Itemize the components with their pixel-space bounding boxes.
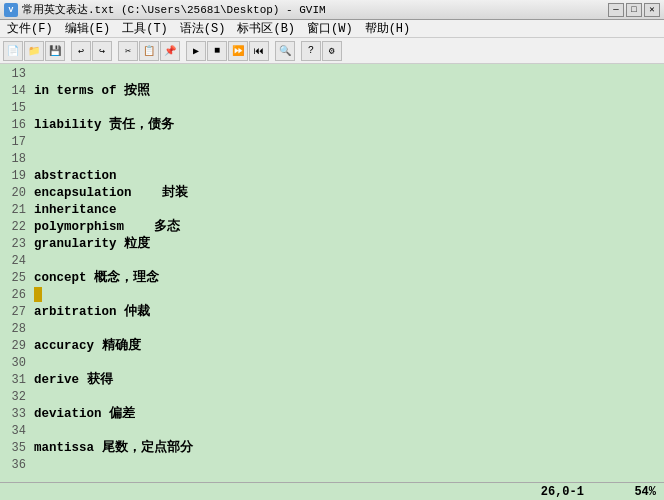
code-line: liability 责任，债务	[34, 117, 660, 134]
title-bar-controls[interactable]: ─ □ ✕	[608, 3, 660, 17]
code-line: arbitration 仲裁	[34, 304, 660, 321]
line-number: 33	[0, 406, 30, 423]
cursor	[34, 287, 42, 302]
line-number: 23	[0, 236, 30, 253]
menu-edit[interactable]: 编辑(E)	[60, 19, 116, 38]
menu-help[interactable]: 帮助(H)	[360, 19, 416, 38]
line-number: 30	[0, 355, 30, 372]
line-number: 18	[0, 151, 30, 168]
line-number: 28	[0, 321, 30, 338]
code-line	[34, 287, 660, 304]
line-number: 27	[0, 304, 30, 321]
toolbar-misc[interactable]: ⚙	[322, 41, 342, 61]
statusbar: 26,0-1 54%	[0, 482, 664, 500]
menu-marks[interactable]: 标书区(B)	[232, 19, 300, 38]
line-number: 32	[0, 389, 30, 406]
toolbar-paste[interactable]: 📌	[160, 41, 180, 61]
code-line: derive 获得	[34, 372, 660, 389]
code-line	[34, 253, 660, 270]
cursor-position: 26,0-1	[541, 485, 584, 499]
toolbar-btn4[interactable]: ⏮	[249, 41, 269, 61]
line-number: 16	[0, 117, 30, 134]
code-line	[34, 355, 660, 372]
toolbar-cut[interactable]: ✂	[118, 41, 138, 61]
toolbar-btn2[interactable]: ■	[207, 41, 227, 61]
line-number: 13	[0, 66, 30, 83]
menu-window[interactable]: 窗口(W)	[302, 19, 358, 38]
toolbar-btn3[interactable]: ⏩	[228, 41, 248, 61]
close-button[interactable]: ✕	[644, 3, 660, 17]
code-line: concept 概念，理念	[34, 270, 660, 287]
code-line: accuracy 精确度	[34, 338, 660, 355]
code-line	[34, 389, 660, 406]
menu-file[interactable]: 文件(F)	[2, 19, 58, 38]
code-line: deviation 偏差	[34, 406, 660, 423]
line-numbers: 1314151617181920212223242526272829303132…	[0, 64, 30, 482]
line-number: 35	[0, 440, 30, 457]
menubar: 文件(F) 编辑(E) 工具(T) 语法(S) 标书区(B) 窗口(W) 帮助(…	[0, 20, 664, 38]
code-line	[34, 321, 660, 338]
code-line: encapsulation 封装	[34, 185, 660, 202]
app-icon: V	[4, 3, 18, 17]
toolbar-find[interactable]: 🔍	[275, 41, 295, 61]
title-bar: V 常用英文表达.txt (C:\Users\25681\Desktop) - …	[0, 0, 664, 20]
line-number: 20	[0, 185, 30, 202]
line-number: 15	[0, 100, 30, 117]
code-line: abstraction	[34, 168, 660, 185]
line-number: 25	[0, 270, 30, 287]
window-title: 常用英文表达.txt (C:\Users\25681\Desktop) - GV…	[22, 2, 326, 17]
toolbar-undo[interactable]: ↩	[71, 41, 91, 61]
line-number: 19	[0, 168, 30, 185]
line-number: 36	[0, 457, 30, 474]
code-line: polymorphism 多态	[34, 219, 660, 236]
editor-area[interactable]: 1314151617181920212223242526272829303132…	[0, 64, 664, 482]
editor-content[interactable]: in terms of 按照 liability 责任，债务 abstracti…	[30, 64, 664, 482]
code-line: mantissa 尾数，定点部分	[34, 440, 660, 457]
line-number: 14	[0, 83, 30, 100]
line-number: 31	[0, 372, 30, 389]
code-line	[34, 134, 660, 151]
scroll-percent: 54%	[634, 485, 656, 499]
code-line	[34, 66, 660, 83]
code-line: in terms of 按照	[34, 83, 660, 100]
code-line	[34, 457, 660, 474]
line-number: 29	[0, 338, 30, 355]
line-number: 17	[0, 134, 30, 151]
toolbar-copy[interactable]: 📋	[139, 41, 159, 61]
toolbar-redo[interactable]: ↪	[92, 41, 112, 61]
code-line: granularity 粒度	[34, 236, 660, 253]
line-number: 21	[0, 202, 30, 219]
toolbar: 📄 📁 💾 ↩ ↪ ✂ 📋 📌 ▶ ■ ⏩ ⏮ 🔍 ? ⚙	[0, 38, 664, 64]
code-line	[34, 151, 660, 168]
line-number: 26	[0, 287, 30, 304]
maximize-button[interactable]: □	[626, 3, 642, 17]
menu-syntax[interactable]: 语法(S)	[175, 19, 231, 38]
toolbar-new[interactable]: 📄	[3, 41, 23, 61]
minimize-button[interactable]: ─	[608, 3, 624, 17]
code-line	[34, 423, 660, 440]
statusbar-spacer	[584, 485, 634, 499]
toolbar-open[interactable]: 📁	[24, 41, 44, 61]
toolbar-save[interactable]: 💾	[45, 41, 65, 61]
line-number: 34	[0, 423, 30, 440]
toolbar-btn1[interactable]: ▶	[186, 41, 206, 61]
code-line	[34, 100, 660, 117]
code-line: inheritance	[34, 202, 660, 219]
line-number: 22	[0, 219, 30, 236]
menu-tools[interactable]: 工具(T)	[117, 19, 173, 38]
title-bar-left: V 常用英文表达.txt (C:\Users\25681\Desktop) - …	[4, 2, 326, 17]
line-number: 24	[0, 253, 30, 270]
toolbar-help[interactable]: ?	[301, 41, 321, 61]
